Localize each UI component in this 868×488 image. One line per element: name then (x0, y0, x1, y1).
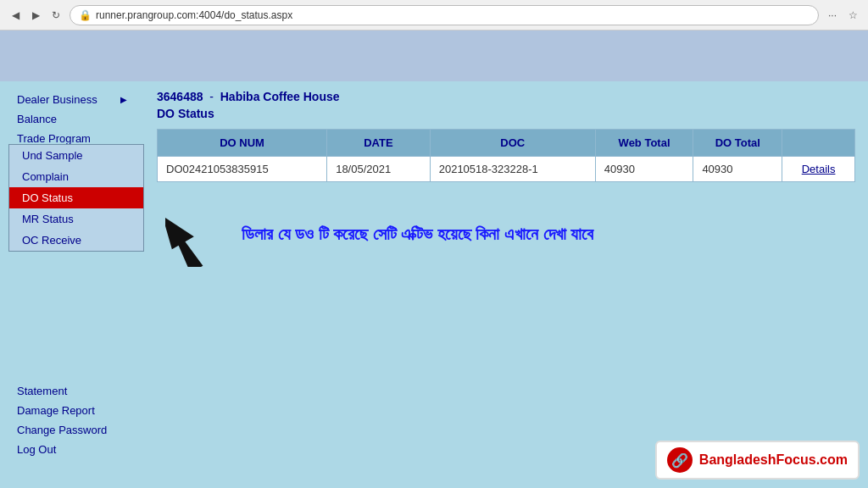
col-doc: DOC (430, 130, 595, 157)
popup-item-mr-status[interactable]: MR Status (9, 208, 143, 230)
sidebar-item-log-out[interactable]: Log Out (0, 440, 144, 459)
cell-doc: 20210518-323228-1 (430, 157, 595, 182)
sidebar-item-statement[interactable]: Statement (0, 381, 144, 401)
watermark: 🔗 BangladeshFocus.com (655, 441, 860, 480)
col-date: DATE (327, 130, 431, 157)
col-do-num: DO NUM (158, 130, 327, 157)
browser-bar: ◀ ▶ ↻ 🔒 runner.prangroup.com:4004/do_sta… (0, 0, 868, 30)
cell-do-total: 40930 (693, 157, 782, 182)
dealer-name: Habiba Coffee House (220, 90, 340, 103)
sidebar-popup: Und Sample Complain DO Status MR Status … (8, 144, 144, 252)
sidebar-item-damage-report[interactable]: Damage Report (0, 401, 144, 420)
cell-date: 18/05/2021 (327, 157, 431, 182)
popup-item-und-sample[interactable]: Und Sample (9, 145, 143, 166)
more-icon[interactable]: ··· (826, 8, 839, 22)
col-action (782, 130, 855, 157)
main-content: 3646488 - Habiba Coffee House DO Status … (144, 81, 868, 488)
watermark-icon: 🔗 (667, 447, 693, 473)
forward-icon[interactable]: ▶ (29, 8, 42, 22)
details-link[interactable]: Details (782, 157, 855, 182)
app-container: Dealer Business Balance Trade Program Or… (0, 30, 868, 488)
col-do-total: DO Total (693, 130, 782, 157)
sidebar-item-change-password[interactable]: Change Password (0, 420, 144, 440)
content-area: Dealer Business Balance Trade Program Or… (0, 81, 868, 488)
cell-web-total: 40930 (595, 157, 693, 182)
back-icon[interactable]: ◀ (8, 8, 22, 22)
url-text: runner.prangroup.com:4004/do_status.aspx (96, 9, 292, 21)
refresh-icon[interactable]: ↻ (49, 8, 63, 22)
star-icon[interactable]: ☆ (846, 8, 860, 22)
dealer-info: 3646488 - Habiba Coffee House (157, 90, 855, 103)
sidebar-item-dealer-business[interactable]: Dealer Business (0, 90, 144, 109)
do-table: DO NUM DATE DOC Web Total DO Total DO024… (157, 129, 855, 182)
arrow-annotation (165, 191, 233, 267)
dealer-id: 3646488 (157, 90, 203, 103)
page-title: DO Status (157, 107, 855, 120)
sidebar-item-balance[interactable]: Balance (0, 109, 144, 129)
annotation-area: ডিলার যে ডও টি করেছে সেটি এক্টিভ হয়েছে … (157, 191, 855, 275)
watermark-label: BangladeshFocus.com (699, 452, 848, 468)
popup-item-complain[interactable]: Complain (9, 166, 143, 187)
svg-marker-0 (165, 208, 209, 267)
popup-item-do-status[interactable]: DO Status (9, 187, 143, 208)
lock-icon: 🔒 (79, 9, 92, 21)
cell-do-num: DO02421053835915 (158, 157, 327, 182)
top-banner (0, 30, 868, 81)
sidebar: Dealer Business Balance Trade Program Or… (0, 81, 144, 488)
annotation-text: ডিলার যে ডও টি করেছে সেটি এক্টিভ হয়েছে … (242, 225, 593, 244)
col-web-total: Web Total (595, 130, 693, 157)
table-row: DO02421053835915 18/05/2021 20210518-323… (158, 157, 855, 182)
popup-item-oc-receive[interactable]: OC Receive (9, 230, 143, 251)
url-bar[interactable]: 🔒 runner.prangroup.com:4004/do_status.as… (70, 5, 819, 25)
